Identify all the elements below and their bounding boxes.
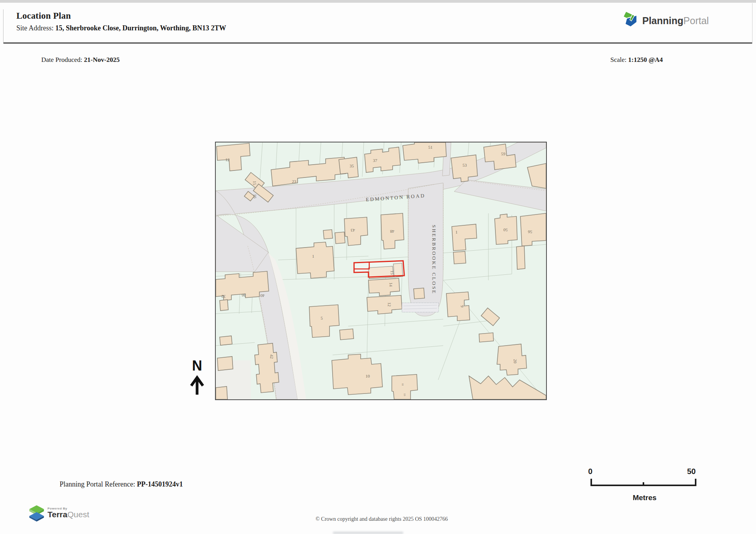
north-indicator: N [186, 359, 208, 397]
page-edge-line-right [752, 3, 752, 44]
scalebar-start-label: 0 [588, 467, 592, 476]
location-plan-document: Location Plan Site Address: 15, Sherbroo… [0, 0, 756, 534]
scale-value: 1:1250 @A4 [628, 56, 663, 63]
map-building-label: 40 [260, 293, 265, 298]
map-building-label: 16 [253, 194, 257, 199]
scalebar-unit-label: Metres [610, 494, 680, 502]
planning-portal-wordmark: PlanningPortal [642, 15, 709, 26]
os-map: 1215162335375153594348115141251011131505… [216, 142, 546, 399]
terraquest-wordmark: TerraQuest [48, 510, 89, 519]
map-building-label: 15 [252, 181, 257, 186]
terraquest-light: Quest [67, 510, 89, 519]
scale-label: Scale: [610, 56, 628, 63]
map-building-label: 35 [350, 163, 354, 168]
map-building-label: 11 [401, 383, 404, 386]
scalebar [590, 478, 697, 488]
map-building-label: 23 [292, 179, 297, 184]
map-building-label: 42 [270, 355, 274, 359]
north-arrow-icon [188, 375, 206, 395]
terraquest-icon [28, 504, 45, 522]
scale-info: Scale: 1:1250 @A4 [610, 56, 663, 64]
map-road-label: SHERBROOKE CLOSE [431, 225, 437, 294]
crown-copyright: © Crown copyright and database rights 20… [273, 516, 491, 522]
map-building-label: 53 [463, 163, 467, 167]
site-address: Site Address: 15, Sherbrooke Close, Durr… [16, 24, 226, 32]
map-building-label: 59 [501, 151, 506, 156]
brand-light: Portal [684, 15, 709, 26]
map-building-label: 1 [312, 254, 314, 258]
header-divider [4, 42, 752, 44]
scalebar-end-label: 50 [687, 467, 696, 476]
site-address-value: 15, Sherbrooke Close, Durrington, Worthi… [55, 24, 226, 32]
map-building-label: 13 [403, 393, 406, 397]
bottom-artifact [333, 532, 403, 534]
terraquest-bold: Terra [48, 510, 67, 519]
date-value: 21-Nov-2025 [84, 56, 120, 63]
page-edge-line-left [3, 9, 4, 44]
map-building-label: 36 [241, 293, 246, 298]
reference-value: PP-14501924v1 [137, 480, 183, 488]
map-building-label: 5 [321, 316, 323, 320]
reference-label: Planning Portal Reference: [60, 480, 137, 488]
date-label: Date Produced: [41, 56, 84, 63]
map-building-label: 48 [390, 229, 395, 234]
planning-portal-icon [620, 11, 638, 30]
map-building-label: 12 [226, 157, 230, 162]
map-building-label: 9 [460, 305, 465, 307]
planning-reference: Planning Portal Reference: PP-14501924v1 [60, 480, 183, 488]
map-garage-court [402, 303, 439, 312]
map-building-label: 56 [528, 230, 532, 234]
map-building-label: 32 [222, 294, 226, 299]
site-address-label: Site Address: [16, 24, 55, 32]
terraquest-text: Powered By TerraQuest [48, 507, 89, 519]
map-building-label: 14 [389, 283, 393, 287]
map-building-label: 1 [455, 230, 458, 234]
map-building-label: 43 [351, 228, 355, 233]
map-building-label: 12 [387, 302, 392, 307]
brand-bold: Planning [642, 15, 684, 26]
page-title: Location Plan [16, 11, 71, 21]
planning-portal-logo: PlanningPortal [620, 11, 709, 30]
map-building-label: 50 [503, 228, 508, 232]
map-building-label: 20 [513, 359, 518, 364]
page-top-strip [0, 0, 756, 3]
date-produced: Date Produced: 21-Nov-2025 [41, 56, 120, 64]
map-building-label: 15 [390, 271, 395, 275]
terraquest-logo: Powered By TerraQuest [28, 504, 89, 522]
map-building-label: 37 [373, 158, 378, 163]
map-figure: 1215162335375153594348115141251011131505… [215, 142, 547, 400]
north-label: N [186, 359, 208, 373]
map-building-label: 51 [428, 145, 433, 149]
map-building-label: 10 [366, 374, 370, 378]
